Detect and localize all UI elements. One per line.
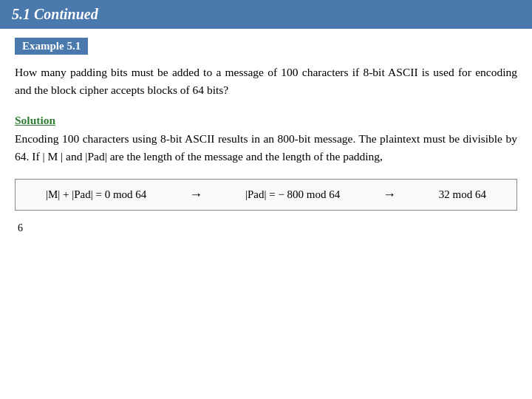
formula-middle: |Pad| = − 800 mod 64 — [245, 188, 340, 201]
section-header: 5.1 Continued — [0, 0, 532, 29]
solution-text: Encoding 100 characters using 8-bit ASCI… — [15, 130, 517, 166]
solution-label: Solution — [15, 114, 517, 127]
formula-right: 32 mod 64 — [439, 188, 486, 201]
arrow-2: → — [383, 187, 396, 202]
formula-box: |M| + |Pad| = 0 mod 64 → |Pad| = − 800 m… — [15, 179, 517, 211]
main-content: Example 5.1 How many padding bits must b… — [0, 29, 532, 243]
page-number: 6 — [15, 222, 517, 234]
question-text: How many padding bits must be added to a… — [15, 64, 517, 99]
section-title: 5.1 Continued — [12, 6, 98, 22]
example-label: Example 5.1 — [15, 38, 88, 55]
arrow-1: → — [189, 187, 202, 202]
formula-left: |M| + |Pad| = 0 mod 64 — [46, 188, 146, 201]
